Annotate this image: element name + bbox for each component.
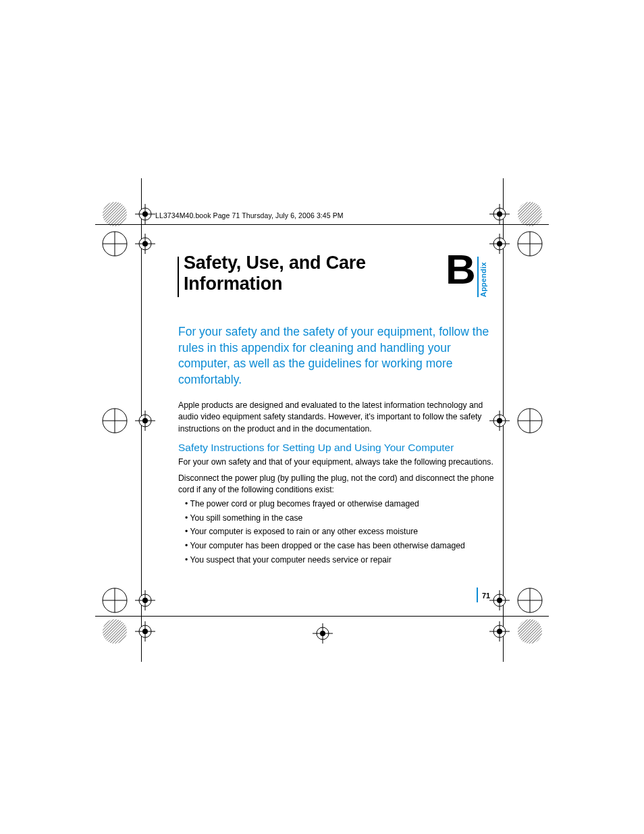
- registration-mark-icon: [486, 404, 547, 438]
- svg-point-21: [497, 241, 502, 246]
- svg-point-32: [493, 415, 506, 427]
- list-item: You suspect that your computer needs ser…: [185, 553, 502, 567]
- bullet-list: The power cord or plug becomes frayed or…: [178, 497, 502, 567]
- svg-point-16: [497, 211, 502, 217]
- running-head: LL3734M40.book Page 71 Thursday, July 6,…: [155, 211, 344, 219]
- svg-point-25: [103, 409, 127, 433]
- crop-rule-vertical-right: [503, 178, 504, 662]
- crop-rule-horizontal-top: [95, 224, 549, 225]
- svg-point-31: [142, 418, 148, 423]
- svg-point-28: [139, 415, 151, 427]
- svg-point-66: [518, 619, 542, 644]
- svg-point-2: [139, 208, 151, 220]
- svg-point-55: [493, 594, 506, 606]
- list-item: You spill something in the case: [185, 511, 502, 525]
- registration-mark-icon: [302, 620, 343, 647]
- svg-point-22: [518, 232, 542, 256]
- svg-point-65: [497, 629, 502, 634]
- section-heading: Safety Instructions for Setting Up and U…: [178, 442, 495, 454]
- svg-point-50: [142, 629, 148, 634]
- body-paragraph: Apple products are designed and evaluate…: [178, 400, 491, 435]
- page-number: 71: [482, 592, 490, 600]
- svg-point-12: [142, 241, 148, 246]
- registration-mark-icon: [486, 197, 547, 231]
- body-paragraph: For your own safety and that of your equ…: [178, 457, 495, 468]
- svg-point-46: [103, 619, 127, 644]
- intro-paragraph: For your safety and the safety of your e…: [178, 324, 491, 388]
- svg-point-1: [103, 202, 127, 226]
- crop-rule-horizontal-bottom: [95, 616, 549, 617]
- list-item: The power cord or plug becomes frayed or…: [185, 497, 502, 511]
- svg-point-9: [139, 238, 151, 250]
- svg-point-18: [493, 238, 506, 250]
- page-number-rule: [477, 588, 478, 602]
- page-title: Safety, Use, and Care Information: [184, 253, 427, 294]
- svg-point-45: [142, 598, 148, 603]
- svg-point-58: [497, 598, 502, 603]
- body-paragraph: Disconnect the power plug (by pulling th…: [178, 473, 495, 496]
- svg-point-17: [518, 202, 542, 226]
- appendix-rule: [477, 257, 479, 297]
- svg-point-6: [103, 232, 127, 256]
- registration-mark-icon: [98, 583, 159, 617]
- registration-mark-icon: [98, 227, 159, 261]
- registration-mark-icon: [486, 227, 547, 261]
- list-item: Your computer has been dropped or the ca…: [185, 539, 502, 553]
- svg-point-54: [320, 631, 325, 636]
- registration-mark-icon: [98, 404, 159, 438]
- svg-point-35: [497, 418, 502, 423]
- print-page: LL3734M40.book Page 71 Thursday, July 6,…: [0, 0, 644, 834]
- svg-point-51: [317, 627, 329, 640]
- svg-point-42: [139, 594, 151, 606]
- registration-mark-icon: [486, 615, 547, 648]
- svg-point-5: [142, 211, 148, 217]
- title-rule: [178, 257, 179, 297]
- appendix-label: Appendix: [479, 262, 487, 297]
- crop-rule-vertical-left: [141, 178, 142, 662]
- svg-point-47: [139, 625, 151, 637]
- registration-mark-icon: [98, 197, 159, 231]
- svg-point-59: [518, 588, 542, 613]
- svg-point-36: [518, 409, 542, 433]
- svg-point-39: [103, 588, 127, 613]
- registration-mark-icon: [486, 583, 547, 617]
- svg-point-13: [493, 208, 506, 220]
- svg-point-62: [493, 625, 506, 637]
- appendix-letter: B: [446, 249, 475, 290]
- list-item: Your computer is exposed to rain or any …: [185, 525, 502, 539]
- registration-mark-icon: [98, 615, 159, 648]
